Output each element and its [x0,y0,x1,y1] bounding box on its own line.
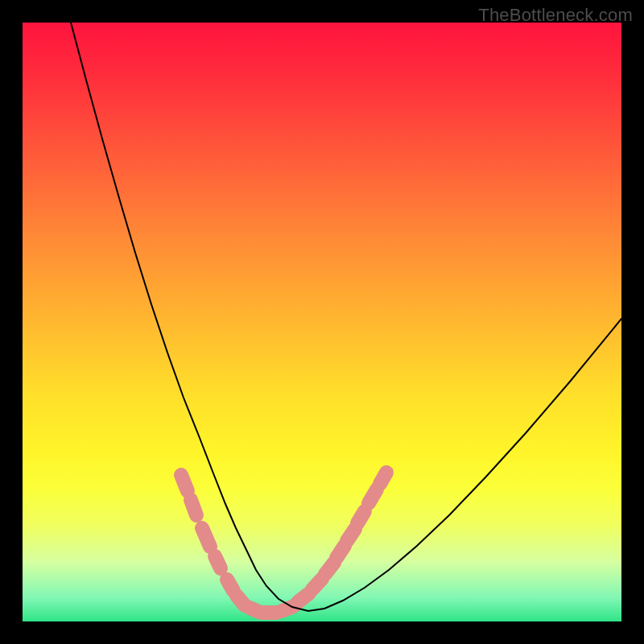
pink-capsule-b6 [347,529,355,541]
bottleneck-curve [71,23,621,611]
pink-capsule-b5 [336,546,345,558]
pink-capsule-a3 [202,528,210,547]
markers-layer [181,473,386,613]
pink-capsule-base1 [227,580,233,591]
watermark-text: TheBottleneck.com [478,5,633,26]
pink-capsule-b3 [312,579,322,589]
pink-capsule-a4 [215,556,221,568]
pink-capsule-b7 [357,511,365,523]
pink-capsule-b4 [325,563,334,574]
pink-capsule-b8 [369,489,377,503]
pink-capsule-b2 [298,593,309,602]
chart-plot-area [23,23,621,621]
chart-svg [23,23,621,621]
curve-layer [71,23,621,611]
pink-capsule-a1 [181,475,188,491]
pink-capsule-b9 [380,473,386,484]
pink-capsule-a2 [191,500,196,515]
